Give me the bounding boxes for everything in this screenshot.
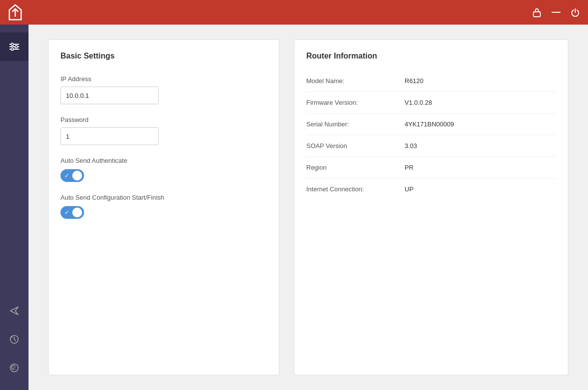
auto-send-auth-toggle[interactable]: ✓ [60, 169, 84, 182]
info-key: Model Name: [306, 77, 405, 85]
router-info-row: Model Name:R6120 [306, 70, 556, 92]
auto-send-config-toggle[interactable]: ✓ [60, 206, 84, 219]
main-layout: c Basic Settings IP Address Password Aut… [0, 25, 588, 390]
ip-address-group: IP Address [60, 75, 267, 104]
lock-icon[interactable] [532, 7, 542, 18]
info-value: V1.0.0.28 [405, 99, 432, 106]
sidebar-item-settings[interactable] [0, 32, 29, 61]
router-info-card: Router Information Model Name:R6120Firmw… [294, 39, 568, 375]
svg-rect-2 [533, 12, 540, 17]
router-info-row: SOAP Version3.03 [306, 135, 556, 157]
info-key: Firmware Version: [306, 99, 405, 106]
auto-send-auth-group: Auto Send Authenticate ✓ [60, 157, 267, 182]
toggle-thumb [72, 171, 82, 180]
toggle-check-icon: ✓ [64, 172, 69, 179]
router-info-row: Internet Connection:UP [306, 179, 556, 200]
info-key: SOAP Version [306, 142, 405, 150]
topbar-actions [532, 7, 580, 18]
info-key: Internet Connection: [306, 185, 405, 193]
router-info-title: Router Information [306, 52, 556, 60]
router-info-rows: Model Name:R6120Firmware Version:V1.0.0.… [306, 70, 556, 200]
info-value: 4YK171BN00009 [405, 120, 454, 128]
svg-point-9 [11, 48, 14, 51]
info-value: UP [405, 185, 413, 193]
content-area: Basic Settings IP Address Password Auto … [29, 25, 588, 390]
info-value: 3.03 [405, 142, 417, 150]
minimize-icon[interactable] [552, 11, 560, 13]
power-icon[interactable] [570, 7, 580, 17]
router-info-row: Firmware Version:V1.0.0.28 [306, 92, 556, 114]
info-key: Region [306, 164, 405, 171]
sidebar-item-copyright[interactable]: c [0, 354, 29, 382]
svg-text:c: c [13, 366, 16, 371]
password-input[interactable] [60, 127, 159, 145]
router-info-row: RegionPR [306, 157, 556, 179]
sidebar: c [0, 25, 29, 390]
toggle-check-icon-2: ✓ [64, 209, 69, 216]
basic-settings-card: Basic Settings IP Address Password Auto … [48, 39, 279, 375]
auto-send-auth-label: Auto Send Authenticate [60, 157, 267, 164]
info-value: PR [405, 164, 413, 171]
topbar [0, 0, 588, 25]
info-value: R6120 [405, 77, 423, 85]
basic-settings-title: Basic Settings [60, 52, 267, 60]
toggle-thumb-2 [72, 208, 82, 217]
ip-address-label: IP Address [60, 75, 267, 83]
ip-address-input[interactable] [60, 87, 159, 104]
password-group: Password [60, 116, 267, 145]
svg-point-7 [11, 43, 14, 46]
sidebar-item-send[interactable] [0, 297, 29, 325]
info-key: Serial Number: [306, 120, 405, 128]
sidebar-item-history[interactable] [0, 325, 29, 354]
auto-send-config-label: Auto Send Configuration Start/Finish [60, 194, 267, 201]
auto-send-config-group: Auto Send Configuration Start/Finish ✓ [60, 194, 267, 219]
router-info-row: Serial Number:4YK171BN00009 [306, 114, 556, 135]
app-logo[interactable] [8, 3, 23, 21]
password-label: Password [60, 116, 267, 123]
svg-point-8 [15, 46, 18, 48]
